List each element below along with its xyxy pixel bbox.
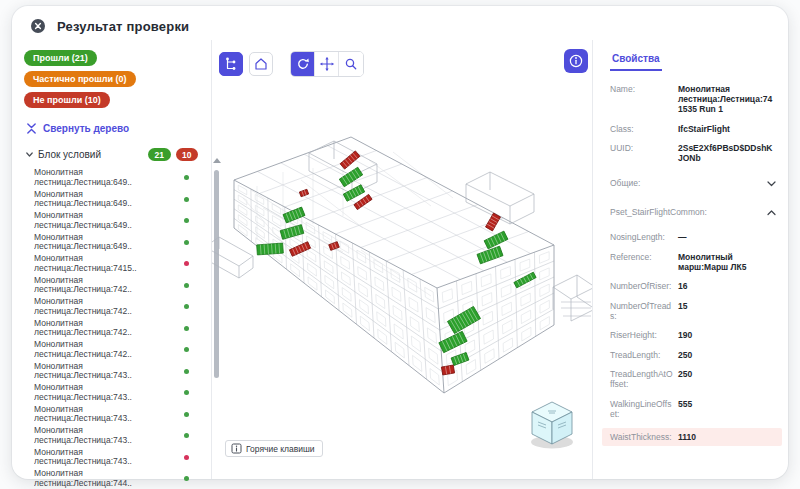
stair-element-failed[interactable] [354,194,372,209]
tree-root-node[interactable]: Блок условий 21 10 [26,148,198,161]
tree-item[interactable]: Монолитнаялестница:Лестница:743.. [34,426,199,445]
collapse-tree-label: Свернуть дерево [43,123,129,134]
tree-item[interactable]: Монолитнаялестница:Лестница:743.. [34,362,199,381]
tree-item[interactable]: Монолитнаялестница:Лестница:743.. [34,405,199,424]
status-dot-passed [184,326,189,331]
status-dot-passed [184,283,189,288]
passed-badge[interactable]: Прошли (21) [24,50,97,66]
tree-item[interactable]: Монолитнаялестница:Лестница:649.. [34,190,199,209]
close-button[interactable] [30,18,46,34]
property-section-row[interactable]: Общие: [610,174,776,192]
property-row: NumberOfRiser:16 [610,281,776,291]
failed-badge[interactable]: Не прошли (10) [24,92,110,108]
tab-properties[interactable]: Свойства [610,53,662,71]
viewer-toolbar [219,51,364,77]
property-label: TreadLengthAtOffset: [610,369,678,389]
property-row: TreadLength:250 [610,350,776,360]
tree-root-label: Блок условий [38,149,101,160]
property-value: 15 [678,301,776,311]
property-label: TreadLength: [610,350,678,360]
results-sidebar: Прошли (21) Частично прошли (0) Не прошл… [24,50,211,479]
status-dot-failed [184,261,189,266]
section-toggle[interactable] [767,174,776,192]
property-row: UUID:2SsE2Xf6PBsD$DDshKJONb [610,143,776,163]
status-dot-passed [184,476,189,481]
property-label: Name: [610,84,678,94]
tree-item[interactable]: Монолитнаялестница:Лестница:744.. [34,469,199,488]
status-dot-passed [184,433,189,438]
home-icon [253,56,269,72]
tree-item[interactable]: Монолитнаялестница:Лестница:743.. [34,448,199,467]
status-dot-failed [184,455,189,460]
zoom-mode-button[interactable] [339,52,363,76]
properties-list: Name:Монолитная лестница:Лестница:741535… [610,84,776,446]
model-tree-button[interactable] [219,52,243,76]
status-dot-passed [184,304,189,309]
property-section-row[interactable]: Pset_StairFlightCommon: [610,203,776,221]
property-row: TreadLengthAtOffset:250 [610,369,776,389]
property-label: NumberOfRiser: [610,281,678,291]
property-row: NosingLength:— [610,232,776,242]
stair-element-passed[interactable] [451,353,469,366]
chevron-up-icon [767,209,776,217]
chevron-down-icon [26,152,33,157]
collapse-vertical-icon [26,122,37,135]
tree-item[interactable]: Монолитнаялестница:Лестница:649.. [34,211,199,230]
property-value: — [678,232,776,242]
property-row: WalkingLineOffset:555 [610,399,776,419]
property-label: Pset_StairFlightCommon: [610,207,767,217]
summary-badges: Прошли (21) Частично прошли (0) Не прошл… [24,50,202,108]
tree-root-failed-count: 10 [176,148,198,161]
orbit-mode-button[interactable] [291,52,315,76]
info-square-icon [231,443,242,454]
navigation-cube[interactable] [522,392,586,456]
stair-element-passed[interactable] [343,185,364,201]
stair-element-passed[interactable] [280,225,304,240]
tree-item[interactable]: Монолитнаялестница:Лестница:742.. [34,340,199,359]
property-value: Монолитная лестница:Лестница:741535 Run … [678,84,776,114]
tree-item[interactable]: Монолитнаялестница:Лестница:742.. [34,319,199,338]
property-label: NumberOfTreads: [610,301,678,321]
status-dot-passed [184,369,189,374]
info-circle-icon [568,53,584,69]
collapse-tree-button[interactable]: Свернуть дерево [26,122,211,135]
property-label: RiserHeight: [610,330,678,340]
status-dot-passed [184,390,189,395]
page-title: Результат проверки [57,19,189,34]
property-label: UUID: [610,143,678,153]
tree-item[interactable]: Монолитнаялестница:Лестница:649.. [34,168,199,187]
status-dot-passed [184,240,189,245]
property-value: 16 [678,281,776,291]
tree-item[interactable]: Монолитнаялестница:Лестница:742.. [34,276,199,295]
property-label: WaistThickness: [610,432,678,442]
tree-item[interactable]: Монолитнаялестница:Лестница:742.. [34,297,199,316]
hotkeys-button[interactable]: Горячие клавиши [225,440,323,457]
pan-mode-button[interactable] [315,52,339,76]
status-dot-passed [184,412,189,417]
property-value: 555 [678,399,776,409]
property-value: IfcStairFlight [678,124,776,134]
tree-root-passed-count: 21 [148,148,170,161]
stair-element-failed[interactable] [441,365,454,375]
property-value: Монолитный марш:Марш ЛК5 [678,252,776,272]
section-toggle[interactable] [767,203,776,221]
stair-element-failed[interactable] [486,213,501,231]
status-dot-passed [184,175,189,180]
stair-element-passed[interactable] [484,231,508,249]
viewer-3d: Горячие клавиши [211,40,593,479]
property-row: NumberOfTreads:15 [610,301,776,321]
stair-element-failed[interactable] [299,189,308,196]
element-info-button[interactable] [564,49,588,73]
stair-element-passed[interactable] [514,272,536,288]
property-label: WalkingLineOffset: [610,399,678,419]
home-view-button[interactable] [249,52,273,76]
property-value: 250 [678,369,776,379]
stair-element-passed[interactable] [257,243,284,255]
tree-item[interactable]: Монолитнаялестница:Лестница:7415.. [34,254,199,273]
properties-panel: Свойства Name:Монолитная лестница:Лестни… [593,40,788,479]
tree-item[interactable]: Монолитнаялестница:Лестница:649.. [34,233,199,252]
tree-item[interactable]: Монолитнаялестница:Лестница:743.. [34,383,199,402]
partially-passed-badge[interactable]: Частично прошли (0) [24,71,136,87]
stair-element-passed[interactable] [439,331,467,352]
navigation-mode-group [290,51,364,77]
